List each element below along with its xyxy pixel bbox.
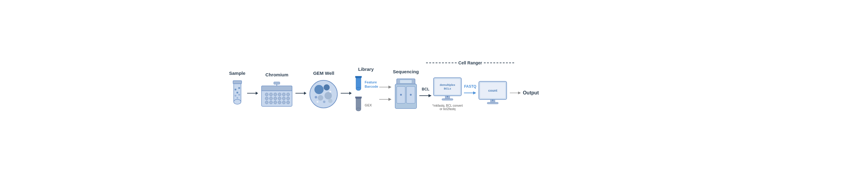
cell-ranger-header: Cell Ranger [426, 60, 514, 65]
gex-label: GEX [365, 103, 372, 107]
step-sample: Sample [229, 71, 245, 109]
svg-point-72 [447, 96, 448, 97]
svg-marker-82 [518, 92, 521, 94]
svg-point-2 [234, 99, 241, 104]
svg-point-63 [410, 94, 412, 96]
svg-point-23 [274, 97, 277, 100]
step-library: Library FeatureBarcode GEX [353, 67, 378, 113]
svg-point-31 [282, 101, 285, 104]
svg-rect-14 [274, 82, 280, 84]
svg-point-44 [330, 91, 331, 93]
svg-text:demultiplex: demultiplex [440, 83, 455, 86]
step-count: count [477, 79, 508, 107]
split-arrows [379, 84, 392, 102]
sample-tube-icon [230, 79, 244, 109]
step-demultiplex: demultiplex BCLs *mkfastq, BCL convert o… [432, 76, 463, 111]
svg-marker-34 [304, 92, 306, 95]
gem-well-icon [308, 79, 339, 109]
svg-point-39 [318, 95, 323, 101]
svg-point-17 [274, 93, 277, 96]
svg-rect-67 [435, 79, 460, 94]
svg-point-24 [278, 97, 281, 100]
arrow-2 [296, 90, 306, 96]
svg-point-49 [356, 87, 361, 91]
svg-point-36 [314, 85, 323, 94]
svg-text:count: count [489, 88, 498, 92]
sample-label: Sample [229, 71, 245, 76]
fastq-label: FASTQ [464, 84, 476, 88]
svg-point-20 [286, 93, 290, 96]
workflow-diagram: Sample Chromium [217, 57, 651, 123]
step-sequencing: Sequencing [393, 69, 419, 111]
cell-ranger-label: Cell Ranger [459, 60, 482, 65]
svg-point-29 [274, 101, 277, 104]
svg-rect-71 [442, 98, 453, 100]
output-label: Output [523, 90, 538, 96]
chromium-label: Chromium [266, 72, 288, 77]
chromium-device-icon [260, 80, 293, 108]
svg-point-18 [278, 93, 281, 96]
svg-point-26 [286, 97, 290, 100]
svg-point-4 [238, 87, 240, 89]
svg-point-27 [265, 101, 268, 104]
arrow-output [510, 90, 521, 96]
svg-point-43 [316, 101, 318, 103]
step-gem-well: GEM Well [308, 71, 339, 109]
svg-marker-54 [389, 85, 392, 88]
svg-rect-1 [233, 81, 242, 84]
svg-point-6 [235, 95, 237, 97]
svg-point-21 [265, 97, 268, 100]
svg-point-52 [356, 108, 361, 111]
svg-point-42 [323, 101, 326, 103]
svg-point-15 [265, 93, 268, 96]
svg-point-32 [286, 101, 290, 104]
svg-point-19 [282, 93, 285, 96]
gem-well-label: GEM Well [313, 71, 334, 76]
svg-rect-79 [487, 102, 498, 104]
svg-point-8 [237, 97, 238, 99]
svg-rect-51 [355, 97, 362, 98]
step-output: Output [523, 90, 538, 96]
svg-point-25 [282, 97, 285, 100]
svg-text:BCLs: BCLs [444, 87, 452, 90]
library-tube-gex-icon [353, 97, 363, 113]
bcl-label: BCL [422, 87, 429, 92]
arrow-1 [247, 90, 258, 96]
step-chromium: Chromium [260, 72, 293, 108]
bcl-arrow-section: BCL [419, 87, 432, 99]
svg-marker-65 [429, 94, 432, 97]
svg-marker-74 [473, 92, 476, 95]
svg-point-37 [323, 84, 330, 91]
cell-ranger-region: Cell Ranger demultiplex BCLs [432, 70, 508, 111]
feature-barcode-label: FeatureBarcode [365, 80, 378, 88]
svg-rect-12 [261, 86, 292, 91]
svg-point-40 [328, 99, 333, 103]
library-label: Library [358, 67, 374, 72]
svg-point-28 [270, 101, 273, 104]
svg-rect-48 [355, 76, 362, 78]
svg-point-41 [315, 96, 317, 98]
arrow-3 [341, 90, 352, 96]
sequencing-label: Sequencing [393, 69, 419, 74]
svg-point-38 [324, 92, 332, 99]
count-monitor-icon: count [477, 79, 508, 107]
demultiplex-monitor-icon: demultiplex BCLs [432, 76, 463, 103]
svg-point-7 [238, 94, 240, 96]
fastq-arrow-section: FASTQ [464, 84, 476, 96]
svg-marker-56 [389, 98, 392, 101]
svg-point-3 [235, 88, 237, 91]
svg-point-62 [400, 94, 402, 96]
svg-point-80 [492, 99, 494, 101]
svg-point-16 [270, 93, 273, 96]
svg-point-30 [278, 101, 281, 104]
svg-marker-46 [349, 92, 352, 95]
svg-point-35 [310, 80, 337, 108]
svg-marker-10 [256, 92, 258, 95]
svg-point-5 [237, 92, 238, 94]
library-tube-feature-icon [353, 76, 363, 93]
sequencer-icon [394, 77, 418, 111]
sub-note: *mkfastq, BCL convert or bcl2fastq [432, 104, 463, 111]
svg-rect-58 [400, 80, 412, 83]
svg-point-22 [270, 97, 273, 100]
